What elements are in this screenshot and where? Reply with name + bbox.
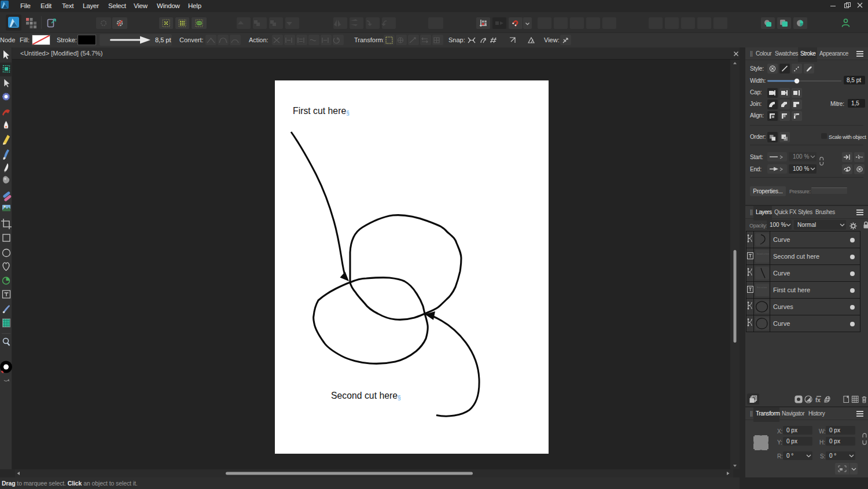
svg-text:First cut here: First cut here bbox=[757, 286, 767, 289]
svg-text:Second cut here: Second cut here bbox=[756, 253, 769, 255]
svg-text:8,5 pt: 8,5 pt bbox=[155, 36, 171, 43]
svg-text:fx: fx bbox=[815, 397, 821, 403]
